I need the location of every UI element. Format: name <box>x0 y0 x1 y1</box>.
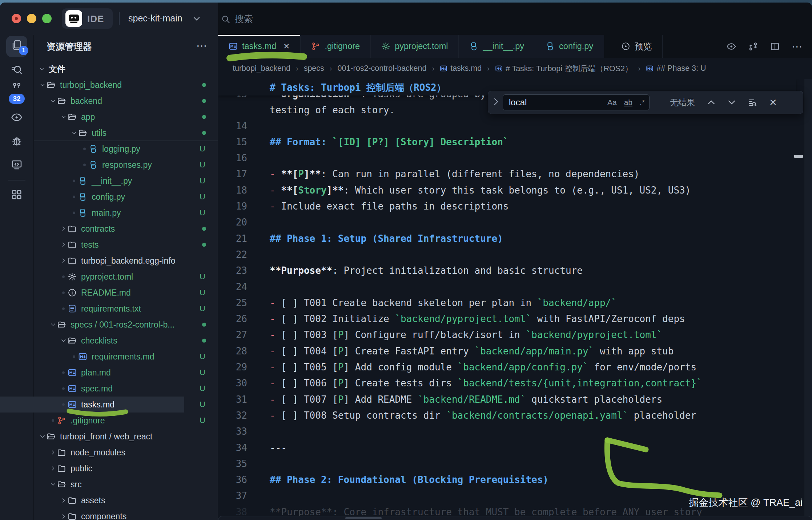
git-untracked-badge: U <box>200 368 205 377</box>
tab-config.py[interactable]: config.py <box>535 35 604 58</box>
breadcrumb-item[interactable]: 001-ros2-control-backend <box>338 64 427 73</box>
tab-.gitignore[interactable]: .gitignore <box>301 35 371 58</box>
tree-item--init-.py[interactable]: __init__.pyU <box>0 173 184 189</box>
chev-right-icon <box>49 465 57 472</box>
tree-item-components[interactable]: components <box>0 508 184 520</box>
minimize-window-button[interactable] <box>27 14 36 23</box>
project-chevron-down-icon[interactable] <box>193 16 200 23</box>
git-untracked-badge: U <box>200 160 205 170</box>
tree-item-turbopi-backend[interactable]: turbopi_backend <box>0 77 184 93</box>
tree-item-turbopi-front-web-react[interactable]: turbopi_front / web_react <box>0 428 184 444</box>
tree-item-backend[interactable]: backend <box>0 93 184 109</box>
tree-item-config.py[interactable]: config.pyU <box>0 189 184 205</box>
git-modified-dot <box>202 99 206 103</box>
split-editor-icon[interactable] <box>770 41 780 52</box>
find-next-button[interactable] <box>728 99 736 105</box>
tree-item-requirements.txt[interactable]: requirements.txtU <box>0 301 184 317</box>
tab-pyproject.toml[interactable]: pyproject.toml <box>371 35 459 58</box>
editor-scrollbar[interactable] <box>804 79 812 520</box>
match-case-toggle[interactable]: Aa <box>607 98 617 107</box>
tree-item-src[interactable]: src <box>0 476 184 492</box>
code-line: 17- **[P]**: Can run in parallel (differ… <box>218 166 796 182</box>
ide-label: IDE <box>87 13 104 25</box>
find-close-button[interactable]: ✕ <box>769 97 777 108</box>
find-input[interactable]: local Aa ab .* <box>503 94 650 110</box>
tree-item-responses.py[interactable]: responses.pyU <box>0 157 184 173</box>
folder-closed-icon <box>68 240 77 249</box>
code-line: 19- Include exact file paths in descript… <box>218 198 796 215</box>
tree-item-main.py[interactable]: main.pyU <box>0 205 184 221</box>
code-line: 24 <box>218 279 796 295</box>
chev-down-icon <box>49 97 57 105</box>
tree-section-files[interactable]: 文件 <box>0 61 184 77</box>
tree-item-public[interactable]: public <box>0 460 184 476</box>
code-line: 34--- <box>218 439 796 456</box>
editor-pane[interactable]: 13**Organization**: Tasks are grouped by… <box>218 79 812 520</box>
bottom-panel-edge <box>218 516 812 520</box>
tree-item-checklists[interactable]: checklists <box>0 333 184 349</box>
close-window-button[interactable] <box>12 14 21 23</box>
chev-down-icon <box>38 65 45 73</box>
editor-tabs: tasks.md✕.gitignorepyproject.toml__init_… <box>218 35 812 58</box>
project-name[interactable]: spec-kit-main <box>128 13 182 24</box>
explorer-badge: 1 <box>19 46 28 55</box>
chev-right-icon <box>49 449 57 456</box>
markdown-icon <box>68 384 77 393</box>
find-collapse-chevron[interactable] <box>493 98 499 107</box>
tree-item-app[interactable]: app <box>0 109 184 125</box>
markdown-icon <box>229 42 238 51</box>
regex-toggle[interactable]: .* <box>640 98 645 107</box>
global-search[interactable]: 搜索 <box>221 13 253 25</box>
breadcrumb-item[interactable]: tasks.md <box>440 64 482 73</box>
tree-item-logging.py[interactable]: logging.pyU <box>0 141 184 157</box>
tree-item-spec.md[interactable]: spec.mdU <box>0 381 184 397</box>
close-tab-icon[interactable]: ✕ <box>283 42 290 51</box>
git-untracked-badge: U <box>200 384 205 393</box>
tree-item-specs-001-ros2-control-b...[interactable]: specs / 001-ros2-control-b... <box>0 317 184 333</box>
app-window: IDE spec-kit-main 搜索 132 资源管理器 ⋯ 文件turbo… <box>0 3 812 520</box>
folder-open-icon <box>78 129 87 138</box>
tree-item-plan.md[interactable]: plan.mdU <box>0 365 184 381</box>
tree-item-.gitignore[interactable]: .gitignoreU <box>0 413 184 428</box>
git-untracked-badge: U <box>200 400 205 409</box>
folder-closed-icon <box>68 256 77 265</box>
find-prev-button[interactable] <box>707 99 715 105</box>
folder-open-icon <box>57 320 66 329</box>
breadcrumb-item[interactable]: turbopi_backend <box>233 64 290 73</box>
maximize-window-button[interactable] <box>42 14 52 23</box>
tree-item-tasks.md[interactable]: tasks.mdU <box>0 397 184 413</box>
tab-tasks.md[interactable]: tasks.md✕ <box>218 35 301 58</box>
tree-item-node-modules[interactable]: node_modules <box>0 444 184 460</box>
compare-icon[interactable] <box>748 41 758 52</box>
breadcrumb-item[interactable]: specs <box>304 64 324 73</box>
tab-预览[interactable]: 预览 <box>611 35 663 58</box>
folder-open-icon <box>47 81 56 90</box>
breadcrumb-item[interactable]: ## Phase 3: U <box>646 64 706 73</box>
tree-item-pyproject.toml[interactable]: pyproject.tomlU <box>0 269 184 285</box>
folder-open-icon <box>57 480 66 489</box>
git-icon <box>57 416 66 425</box>
markdown-icon <box>68 400 77 409</box>
markdown-icon <box>68 368 77 377</box>
bottom-scrollbar-thumb[interactable] <box>345 517 382 519</box>
tree-item-tests[interactable]: tests <box>0 237 184 253</box>
editor-actions: ⋯ <box>726 35 803 58</box>
eye-star-icon[interactable] <box>726 41 736 52</box>
chev-right-icon <box>60 513 67 520</box>
tab-__init__.py[interactable]: __init__.py <box>459 35 535 58</box>
folder-open-icon <box>57 97 66 106</box>
whole-word-toggle[interactable]: ab <box>624 98 632 107</box>
sidebar-title: 资源管理器 <box>47 41 92 53</box>
breadcrumb-item[interactable]: # Tasks: Turbopi 控制后端（ROS2） <box>495 63 633 74</box>
find-in-selection-button[interactable] <box>748 98 757 107</box>
split-editor-icon <box>770 41 780 52</box>
tree-item-README.md[interactable]: README.mdU <box>0 285 184 301</box>
tree-item-turbopi-backend.egg-info[interactable]: turbopi_backend.egg-info <box>0 253 184 269</box>
ellipsis-icon[interactable]: ⋯ <box>792 40 803 53</box>
tree-item-contracts[interactable]: contracts <box>0 221 184 237</box>
tree-item-requirements.md[interactable]: requirements.mdU <box>0 349 184 365</box>
sidebar-more-button[interactable]: ⋯ <box>196 39 208 52</box>
textfile-icon <box>68 304 77 313</box>
code-line: 14 <box>218 118 796 134</box>
tree-item-utils[interactable]: utils <box>0 125 184 141</box>
